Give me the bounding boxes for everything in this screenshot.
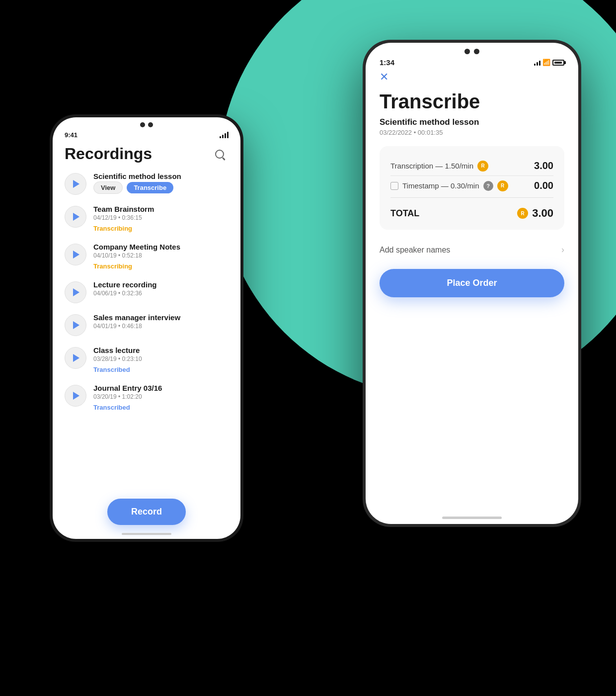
- back-status-time: 9:41: [65, 131, 77, 139]
- status-transcribed-6: Transcribed: [93, 366, 130, 373]
- play-button-2[interactable]: [65, 206, 86, 228]
- list-item: Company Meeting Notes 04/10/19 • 0:52:18…: [65, 243, 229, 270]
- pricing-card: Transcription — 1.50/min R 3.00 Ti: [380, 146, 564, 230]
- play-icon: [73, 288, 79, 296]
- timestamp-value: 0.00: [534, 180, 553, 191]
- list-item: Scientific method lesson View Transcribe: [65, 172, 229, 195]
- play-button-6[interactable]: [65, 347, 86, 369]
- recording-name-5: Sales manager interview: [93, 313, 229, 322]
- status-transcribing-3: Transcribing: [93, 262, 132, 270]
- list-item: Team Brainstorm 04/12/19 • 0:36:15 Trans…: [65, 205, 229, 233]
- recording-name-3: Company Meeting Notes: [93, 243, 229, 251]
- place-order-button[interactable]: Place Order: [380, 269, 564, 297]
- phone-front: 1:34 📶 ✕ Transcribe Scientific metho: [363, 40, 581, 527]
- play-icon: [73, 321, 79, 329]
- play-button-1[interactable]: [65, 173, 86, 195]
- transcription-coin-icon: R: [477, 161, 488, 172]
- timestamp-label: Timestamp — 0.30/min: [402, 181, 479, 190]
- total-coin-icon: R: [517, 208, 528, 219]
- battery-icon: [552, 60, 564, 66]
- question-icon[interactable]: ?: [483, 181, 493, 191]
- speaker-label: Add speaker names: [380, 246, 450, 255]
- play-icon: [73, 354, 79, 362]
- lesson-meta: 03/22/2022 • 00:01:35: [380, 129, 564, 136]
- recordings-title: Recordings: [65, 145, 152, 163]
- timestamp-coin: R: [501, 183, 504, 188]
- recording-meta-6: 03/28/19 • 0:23:10: [93, 355, 229, 362]
- recording-meta-4: 04/06/19 • 0:32:36: [93, 290, 229, 297]
- view-button[interactable]: View: [93, 181, 123, 194]
- lesson-name: Scientific method lesson: [380, 117, 564, 127]
- front-status-icons: 📶: [534, 59, 564, 66]
- timestamp-checkbox[interactable]: [390, 182, 398, 190]
- home-indicator: [122, 533, 171, 535]
- recording-name-2: Team Brainstorm: [93, 205, 229, 213]
- search-icon: [215, 150, 224, 159]
- total-row: TOTAL R 3.00: [390, 200, 553, 220]
- transcribe-title: Transcribe: [380, 90, 564, 112]
- recording-meta-3: 04/10/19 • 0:52:18: [93, 252, 229, 259]
- record-button[interactable]: Record: [107, 499, 186, 525]
- search-button[interactable]: [211, 145, 229, 163]
- recording-meta-7: 03/20/19 • 1:02:20: [93, 393, 229, 400]
- recording-meta-5: 04/01/19 • 0:46:18: [93, 323, 229, 330]
- list-item: Journal Entry 03/16 03/20/19 • 1:02:20 T…: [65, 384, 229, 412]
- play-button-7[interactable]: [65, 385, 86, 407]
- wifi-icon: 📶: [542, 59, 550, 66]
- recording-name-6: Class lecture: [93, 346, 229, 354]
- recording-name-1: Scientific method lesson: [93, 172, 229, 180]
- transcription-value: 3.00: [534, 160, 553, 172]
- transcription-label: Transcription — 1.50/min: [390, 162, 473, 170]
- recording-name-4: Lecture recording: [93, 280, 229, 289]
- transcription-coin: R: [481, 163, 484, 169]
- total-value: 3.00: [532, 207, 553, 220]
- status-transcribed-7: Transcribed: [93, 404, 130, 411]
- status-transcribing-2: Transcribing: [93, 225, 132, 232]
- close-button[interactable]: ✕: [380, 71, 564, 84]
- recording-name-7: Journal Entry 03/16: [93, 384, 229, 392]
- transcription-row: Transcription — 1.50/min R 3.00: [390, 156, 553, 175]
- play-button-4[interactable]: [65, 281, 86, 303]
- play-icon: [73, 180, 79, 188]
- front-status-time: 1:34: [380, 58, 394, 67]
- play-button-3[interactable]: [65, 244, 86, 265]
- total-coin: R: [521, 211, 525, 216]
- play-button-5[interactable]: [65, 314, 86, 336]
- play-icon: [73, 213, 79, 221]
- divider: [390, 197, 553, 198]
- phone-back: 9:41 Recordings: [50, 114, 243, 542]
- total-label: TOTAL: [390, 208, 419, 219]
- list-item: Lecture recording 04/06/19 • 0:32:36: [65, 280, 229, 303]
- transcribe-button[interactable]: Transcribe: [127, 182, 173, 193]
- timestamp-row: Timestamp — 0.30/min ? R 0.00: [390, 175, 553, 195]
- list-item: Sales manager interview 04/01/19 • 0:46:…: [65, 313, 229, 336]
- recording-meta-2: 04/12/19 • 0:36:15: [93, 214, 229, 221]
- home-indicator-front: [442, 517, 502, 519]
- chevron-right-icon: ›: [561, 245, 564, 255]
- speaker-row[interactable]: Add speaker names ›: [380, 238, 564, 262]
- list-item: Class lecture 03/28/19 • 0:23:10 Transcr…: [65, 346, 229, 374]
- play-icon: [73, 392, 79, 400]
- play-icon: [73, 251, 79, 259]
- timestamp-coin-icon: R: [497, 180, 508, 191]
